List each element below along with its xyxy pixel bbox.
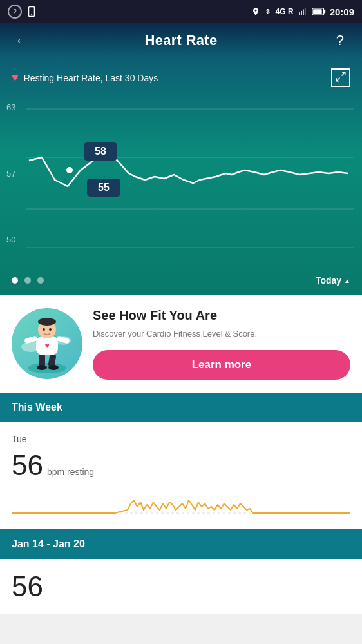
svg-line-10 — [336, 78, 339, 81]
app-header: ← Heart Rate ? — [0, 23, 362, 58]
today-label[interactable]: Today ▲ — [316, 275, 350, 286]
time-label: 20:09 — [330, 6, 354, 17]
help-button[interactable]: ? — [330, 32, 350, 49]
chart-title-row: ♥ Resting Heart Rate, Last 30 Days — [0, 68, 362, 96]
svg-point-26 — [48, 365, 59, 370]
svg-point-22 — [28, 363, 66, 373]
fitness-illustration: ♥ — [12, 308, 82, 379]
date-range-content: 56 — [0, 559, 362, 614]
network-label: 4G R — [276, 7, 294, 16]
svg-rect-3 — [301, 11, 302, 15]
week-day-label: Tue — [12, 434, 350, 444]
circle-number-icon: 2 — [8, 5, 22, 19]
svg-point-32 — [38, 318, 56, 326]
svg-rect-7 — [313, 9, 322, 14]
mini-activity-chart — [12, 491, 350, 529]
svg-point-25 — [37, 365, 47, 370]
fitness-card-description: Discover your Cardio Fitness Level & Sco… — [93, 328, 350, 340]
heart-icon: ♥ — [12, 71, 19, 84]
date-range-bpm: 56 — [12, 571, 350, 603]
y-label-50: 50 — [6, 235, 15, 244]
pagination-row: Today ▲ — [0, 270, 362, 295]
page-title: Heart Rate — [144, 32, 217, 49]
dot-2[interactable] — [24, 277, 31, 284]
bpm-value: 56 — [12, 449, 43, 482]
bpm-unit: bpm resting — [47, 467, 94, 477]
bluetooth-icon — [264, 7, 272, 16]
chart-title-inner: ♥ Resting Heart Rate, Last 30 Days — [12, 71, 158, 84]
date-range-header: Jan 14 - Jan 20 — [0, 529, 362, 559]
dot-1[interactable] — [12, 277, 18, 284]
svg-point-33 — [43, 328, 45, 331]
week-bpm-row: 56 bpm resting — [12, 449, 350, 482]
y-label-63: 63 — [6, 102, 15, 112]
signal-icon — [298, 7, 308, 16]
chart-svg: 58 55 — [0, 96, 362, 270]
this-week-header: This Week — [0, 393, 362, 422]
svg-rect-4 — [303, 10, 304, 15]
learn-more-button[interactable]: Learn more — [93, 350, 350, 380]
status-bar: 2 4G R 20:09 — [0, 0, 362, 23]
today-arrow-icon: ▲ — [344, 277, 350, 284]
svg-point-34 — [49, 328, 52, 331]
week-row: Tue 56 bpm resting — [0, 422, 362, 529]
fitness-card-title: See How Fit You Are — [93, 307, 350, 323]
svg-rect-5 — [305, 8, 306, 15]
svg-point-15 — [66, 167, 73, 173]
svg-text:55: 55 — [98, 182, 110, 193]
battery-icon — [312, 8, 326, 15]
svg-point-1 — [31, 14, 32, 15]
y-label-57: 57 — [6, 169, 15, 179]
dot-3[interactable] — [37, 277, 44, 284]
status-right: 4G R 20:09 — [251, 6, 354, 17]
fitness-figure-svg: ♥ — [18, 311, 76, 376]
fitness-card: ♥ See How Fit You Are Discover your Card… — [0, 295, 362, 393]
expand-icon[interactable] — [331, 68, 350, 87]
mini-chart-svg — [12, 491, 350, 523]
svg-rect-8 — [323, 10, 325, 13]
back-button[interactable]: ← — [12, 32, 32, 49]
location-icon — [251, 7, 260, 16]
y-axis-labels: 63 57 50 — [6, 96, 15, 270]
phone-icon — [26, 6, 37, 17]
pagination-dots — [12, 277, 44, 284]
status-left: 2 — [8, 5, 37, 19]
chart-area: ♥ Resting Heart Rate, Last 30 Days 63 57… — [0, 58, 362, 295]
svg-line-9 — [342, 72, 345, 75]
chart-subtitle: Resting Heart Rate, Last 30 Days — [24, 73, 158, 83]
fitness-content: See How Fit You Are Discover your Cardio… — [93, 307, 350, 380]
heart-rate-chart: 63 57 50 58 55 — [0, 96, 362, 270]
svg-text:♥: ♥ — [44, 341, 49, 350]
svg-rect-2 — [299, 12, 300, 15]
svg-text:58: 58 — [95, 146, 106, 157]
